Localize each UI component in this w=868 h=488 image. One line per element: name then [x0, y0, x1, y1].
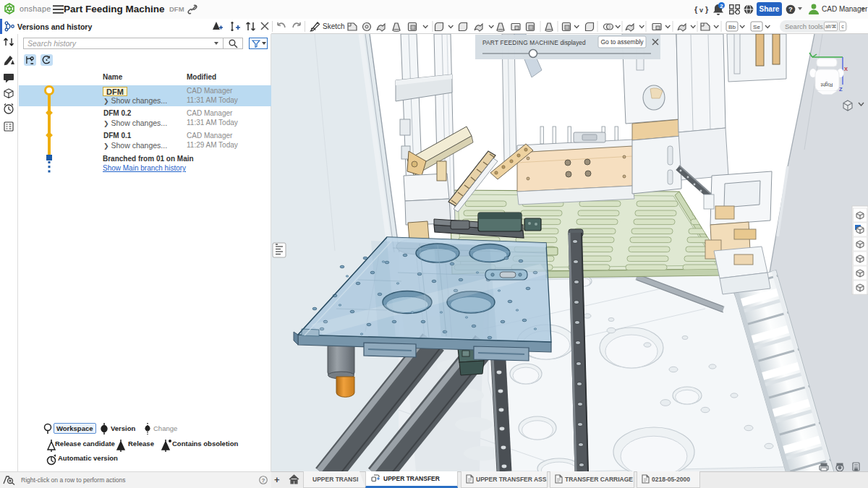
svg-text:onshape: onshape: [20, 4, 51, 13]
svg-text:Bb: Bb: [728, 24, 736, 30]
svg-text:Right: Right: [821, 82, 833, 87]
svg-text:}: }: [705, 5, 709, 14]
svg-text:2: 2: [720, 3, 723, 9]
svg-text:PART FEEDING MACHINE displayed: PART FEEDING MACHINE displayed: [482, 39, 586, 46]
svg-text:{: {: [694, 5, 698, 14]
svg-text:v: v: [699, 7, 703, 14]
svg-text:Se: Se: [753, 24, 760, 30]
svg-text:Go to assembly: Go to assembly: [600, 38, 644, 46]
svg-text:?: ?: [262, 477, 265, 484]
svg-text:?: ?: [788, 5, 793, 13]
svg-text:Z: Z: [839, 86, 843, 93]
svg-text:X: X: [844, 66, 848, 72]
